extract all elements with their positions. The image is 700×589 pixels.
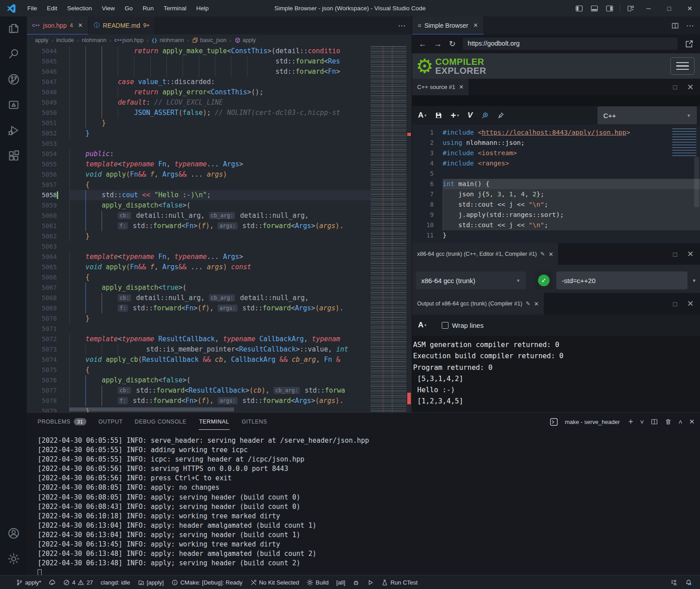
menu-edit[interactable]: Edit xyxy=(43,3,62,13)
terminal-output[interactable]: [2022-04-30 06:05:55] INFO: serve_header… xyxy=(38,436,696,575)
line-number[interactable]: 5044 xyxy=(27,46,69,56)
ce-code-line[interactable]: } xyxy=(443,230,671,241)
code-line[interactable]: case value_t::discarded: xyxy=(69,77,371,87)
url-input[interactable]: https://godbolt.org xyxy=(463,38,678,50)
customize-layout-icon[interactable] xyxy=(626,5,635,12)
toggle-secondary-sidebar-icon[interactable] xyxy=(605,5,614,12)
code-line[interactable]: { xyxy=(69,365,371,375)
line-number[interactable]: 5062 xyxy=(27,231,69,242)
line-number[interactable]: 5054 xyxy=(27,149,69,159)
activity-explorer-icon[interactable] xyxy=(0,17,27,40)
menu-selection[interactable]: Selection xyxy=(63,3,97,13)
editor-content[interactable]: return apply_make_tuple<ConstThis>(detai… xyxy=(69,46,371,412)
panel-tab-problems[interactable]: PROBLEMS31 xyxy=(38,413,86,431)
code-editor[interactable]: 5044504550465047504850495050505150525053… xyxy=(27,46,412,412)
status-cmake-project[interactable]: [apply] xyxy=(138,579,164,586)
line-number[interactable]: 5069 xyxy=(27,303,69,314)
code-line[interactable]: apply_dispatch<false>( xyxy=(69,375,371,386)
wrap-lines-checkbox[interactable] xyxy=(442,322,448,329)
line-number[interactable]: 5068 xyxy=(27,293,69,303)
line-number[interactable]: 5078 xyxy=(27,396,69,406)
activity-settings-icon[interactable] xyxy=(0,547,27,570)
save-icon[interactable] xyxy=(435,112,442,119)
compiler-options-input[interactable]: -std=c++20 xyxy=(556,271,687,289)
breadcrumb-item-apply[interactable]: apply xyxy=(235,37,256,43)
font-size-button[interactable]: A▾ xyxy=(418,111,427,120)
breadcrumb-item-basic_json[interactable]: basic_json xyxy=(192,37,226,43)
add-pane-button[interactable]: +▾ xyxy=(451,110,459,121)
status-cmake-status[interactable]: CMake: [Debug]: Ready xyxy=(171,579,243,586)
code-line[interactable]: std::forward<Res xyxy=(69,56,371,67)
activity-account-icon[interactable] xyxy=(0,521,27,545)
line-number[interactable]: 5051 xyxy=(27,118,69,128)
rename-icon[interactable]: ✎ xyxy=(526,301,530,307)
code-line[interactable]: std::is_member_pointer<ResultCallback>::… xyxy=(69,344,371,355)
code-line[interactable]: return apply_error<ConstThis>(); xyxy=(69,87,371,97)
panel-tab-gitlens[interactable]: GITLENS xyxy=(242,413,267,431)
line-number[interactable]: 5073 xyxy=(27,344,69,355)
panel-tab-terminal[interactable]: TERMINAL xyxy=(199,413,230,431)
activity-search-icon[interactable] xyxy=(0,42,27,65)
hamburger-menu-icon[interactable] xyxy=(670,57,695,75)
maximize-panel-icon[interactable]: ˄ xyxy=(679,418,683,426)
code-line[interactable]: JSON_ASSERT(false); // NOLINT(cert-dcl03… xyxy=(69,108,371,118)
status-problems[interactable]: 427 xyxy=(63,579,93,586)
ce-scrollbar[interactable] xyxy=(694,157,699,207)
zoom-icon[interactable] xyxy=(481,112,489,119)
code-line[interactable]: } xyxy=(69,231,371,242)
code-line[interactable]: { xyxy=(69,180,371,190)
status-notifications[interactable] xyxy=(685,579,692,586)
panel-tab-debug-console[interactable]: DEBUG CONSOLE xyxy=(135,413,187,431)
line-number[interactable]: 5074 xyxy=(27,355,69,365)
ce-code-line[interactable]: using nlohmann::json; xyxy=(443,138,671,148)
line-number[interactable]: 5050 xyxy=(27,108,69,118)
menu-go[interactable]: Go xyxy=(120,3,137,13)
back-button[interactable]: ← xyxy=(418,40,427,48)
menu-view[interactable]: View xyxy=(98,3,120,13)
horizontal-scrollbar[interactable] xyxy=(69,407,234,411)
close-icon[interactable]: ✕ xyxy=(549,251,554,258)
compiler-select[interactable]: x86-64 gcc (trunk) ▼ xyxy=(416,271,526,289)
status-publish[interactable] xyxy=(49,579,55,586)
status-clangd-status[interactable]: clangd: idle xyxy=(101,579,130,586)
panel-tab-output[interactable]: OUTPUT xyxy=(98,413,123,431)
open-external-icon[interactable] xyxy=(685,39,694,48)
line-number[interactable]: 5056 xyxy=(27,169,69,180)
vim-mode-icon[interactable]: V xyxy=(468,111,473,120)
ce-code-line[interactable]: std::cout << j << "\n"; xyxy=(443,199,700,210)
status-cmake-target[interactable]: [all] xyxy=(336,579,345,586)
status-cmake-build[interactable]: Build xyxy=(307,579,329,586)
ce-code-line[interactable]: #include <ranges> xyxy=(443,158,671,169)
split-editor-icon[interactable] xyxy=(671,22,679,30)
line-number[interactable]: 5066 xyxy=(27,272,69,283)
maximize-button[interactable]: □ xyxy=(659,0,679,17)
close-icon[interactable]: ✕ xyxy=(534,301,539,307)
toggle-sidebar-icon[interactable] xyxy=(575,5,584,12)
line-number[interactable]: 5072 xyxy=(27,334,69,344)
editor-tab-README.md[interactable]: ⓘREADME.md9+ xyxy=(89,17,156,34)
maximize-pane-icon[interactable]: □ xyxy=(673,83,677,91)
maximize-pane-icon[interactable]: □ xyxy=(673,250,677,258)
close-window-button[interactable]: ✕ xyxy=(679,0,700,17)
line-number[interactable]: 5077 xyxy=(27,386,69,396)
line-number[interactable]: 5079 xyxy=(27,406,69,412)
line-number[interactable]: 5067 xyxy=(27,283,69,293)
ce-code-line[interactable]: #include <https://localhost:8443/apply/j… xyxy=(443,127,671,138)
close-pane-icon[interactable]: ✕ xyxy=(687,249,694,259)
code-line[interactable]: { xyxy=(69,272,371,283)
editor-gutter[interactable]: 5044504550465047504850495050505150525053… xyxy=(27,46,69,412)
menu-terminal[interactable]: Terminal xyxy=(159,3,191,13)
editor-actions-more-icon[interactable]: ⋯ xyxy=(392,21,412,30)
code-line[interactable]: cb: std::forward<ResultCallback>(cb), cb… xyxy=(69,386,371,396)
line-number[interactable]: 5059 xyxy=(27,200,69,211)
ce-code-line[interactable]: int main() { xyxy=(443,179,700,189)
breadcrumb-item-nlohmann[interactable]: {}nlohmann xyxy=(151,37,184,43)
code-line[interactable] xyxy=(69,242,371,252)
line-number[interactable]: 5064 xyxy=(27,252,69,262)
line-number[interactable]: 5058 xyxy=(27,190,69,200)
code-line[interactable]: void apply(Fn&& f, Args&& ... args) xyxy=(69,169,371,180)
ce-code-line[interactable]: #include <iostream> xyxy=(443,148,671,158)
close-pane-icon[interactable]: ✕ xyxy=(687,82,694,92)
code-line[interactable]: f: std::forward<Fn>(f), args: std::forwa… xyxy=(69,303,371,314)
code-line[interactable]: void apply(Fn&& f, Args&& ... args) cons… xyxy=(69,262,371,272)
